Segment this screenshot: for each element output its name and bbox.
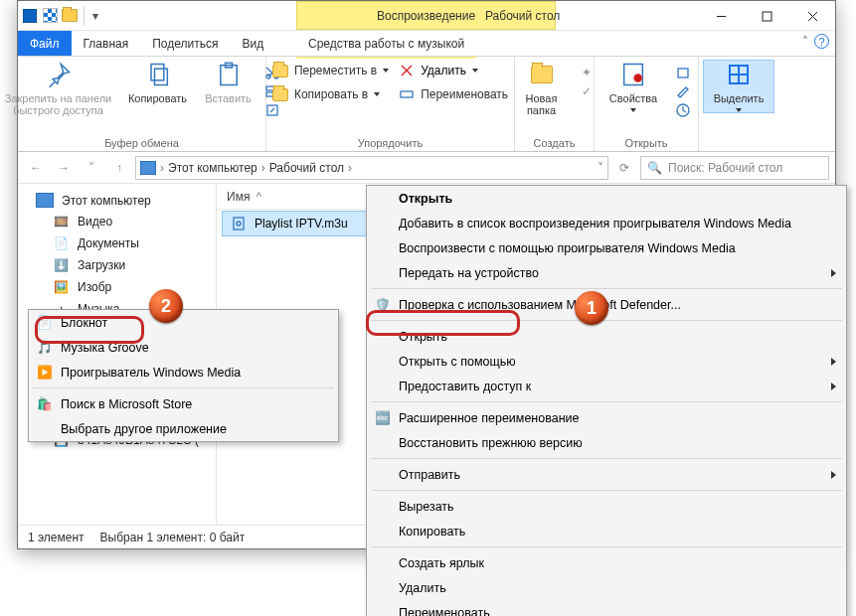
qat-icon-1[interactable] xyxy=(22,8,38,24)
rename-icon xyxy=(399,86,415,102)
ow-other[interactable]: Выбрать другое приложение xyxy=(29,416,338,441)
delete-button[interactable]: Удалить xyxy=(399,63,508,78)
easy-icon: ✓ xyxy=(579,83,595,99)
paste-button[interactable]: Вставить xyxy=(203,61,255,104)
select-button[interactable]: Выделить xyxy=(704,61,773,112)
titlebar: ▾ Воспроизведение Рабочий стол xyxy=(18,1,835,31)
group-clipboard: Буфер обмена xyxy=(104,135,179,149)
svg-rect-5 xyxy=(154,69,167,84)
ctx-open-with[interactable]: Открыть с помощью xyxy=(367,349,846,374)
qat-icon-2[interactable] xyxy=(42,8,58,24)
svg-rect-4 xyxy=(151,65,164,80)
help-icon[interactable]: ? xyxy=(814,34,829,49)
callout-badge-1: 1 xyxy=(575,291,608,325)
crumb-root[interactable]: Этот компьютер xyxy=(168,161,257,175)
search-box[interactable]: 🔍 Поиск: Рабочий стол xyxy=(640,156,829,180)
group-open: Открыть xyxy=(624,135,667,149)
tab-view[interactable]: Вид xyxy=(230,31,275,56)
ctx-rename[interactable]: Переименовать xyxy=(367,600,846,616)
side-pictures[interactable]: 🖼️Изобр xyxy=(18,276,216,298)
copy-icon xyxy=(144,61,172,88)
ctx-share-access[interactable]: Предоставить доступ к xyxy=(367,374,846,398)
pc-icon xyxy=(140,161,156,175)
recent-dropdown[interactable]: ˅ xyxy=(80,156,103,180)
history-mini[interactable] xyxy=(675,102,691,118)
tab-home[interactable]: Главная xyxy=(72,31,141,56)
ow-wmp[interactable]: ▶️Проигрыватель Windows Media xyxy=(29,360,338,385)
properties-button[interactable]: Свойства xyxy=(601,61,665,112)
back-button[interactable]: ← xyxy=(24,156,48,180)
ctx-delete[interactable]: Удалить xyxy=(367,575,846,600)
close-button[interactable] xyxy=(789,1,835,31)
side-documents[interactable]: 📄Документы xyxy=(18,232,216,254)
tab-share[interactable]: Поделиться xyxy=(140,31,230,56)
addr-dropdown-icon[interactable]: ˅ xyxy=(598,161,603,175)
chevron-up-icon[interactable]: ˄ xyxy=(802,35,808,49)
newitem-icon: ✦ xyxy=(579,65,595,80)
ctx-open2[interactable]: Открыть xyxy=(367,324,846,349)
rename-button[interactable]: Переименовать xyxy=(399,86,508,102)
side-downloads[interactable]: ⬇️Загрузки xyxy=(18,254,216,276)
side-this-pc[interactable]: Этот компьютер xyxy=(18,190,216,211)
ow-store[interactable]: 🛍️Поиск в Microsoft Store xyxy=(29,391,338,416)
ctx-adv-rename[interactable]: 🔤Расширенное переименование xyxy=(367,405,846,430)
refresh-button[interactable]: ⟳ xyxy=(612,156,636,180)
svg-point-15 xyxy=(634,75,641,81)
rename-ext-icon: 🔤 xyxy=(375,410,391,426)
crumb-leaf[interactable]: Рабочий стол xyxy=(269,161,344,175)
ctx-cast[interactable]: Передать на устройство xyxy=(367,260,846,285)
open-with-submenu: 📄Блокнот 🎵Музыка Groove ▶️Проигрыватель … xyxy=(28,309,339,442)
ctx-cut[interactable]: Вырезать xyxy=(367,494,846,519)
qat-folder-icon[interactable] xyxy=(62,8,78,24)
ctx-open[interactable]: Открыть xyxy=(367,186,846,211)
tab-file[interactable]: Файл xyxy=(18,31,72,56)
edit-mini[interactable] xyxy=(675,83,691,99)
ribbon: Закрепить на панели быстрого доступа Коп… xyxy=(18,57,835,152)
m3u-icon xyxy=(231,216,247,231)
pc-icon xyxy=(36,193,54,208)
ctx-copy[interactable]: Копировать xyxy=(367,519,846,543)
history-icon xyxy=(675,102,691,118)
open-mini[interactable] xyxy=(675,65,691,80)
download-icon: ⬇️ xyxy=(52,257,70,273)
address-bar[interactable]: › Этот компьютер › Рабочий стол › ˅ xyxy=(135,156,608,180)
chevron-right-icon[interactable]: › xyxy=(160,161,164,175)
store-icon: 🛍️ xyxy=(37,396,53,412)
moveto-icon xyxy=(272,63,288,78)
minimize-button[interactable] xyxy=(698,1,744,31)
new-item-mini[interactable]: ✦ xyxy=(579,65,595,80)
properties-icon xyxy=(619,61,647,88)
svg-rect-18 xyxy=(234,218,244,230)
new-folder-button[interactable]: Новая папка xyxy=(514,61,569,116)
ctx-add-wmp[interactable]: Добавить в список воспроизведения проигр… xyxy=(367,211,846,235)
search-placeholder: Поиск: Рабочий стол xyxy=(668,161,782,175)
edit-icon xyxy=(675,83,691,99)
notepad-icon: 📄 xyxy=(37,315,53,331)
tab-music-tools[interactable]: Средства работы с музыкой xyxy=(296,31,476,59)
paste-icon xyxy=(215,61,243,88)
ctx-send[interactable]: Отправить xyxy=(367,462,846,487)
ctx-shortcut[interactable]: Создать ярлык xyxy=(367,550,846,575)
maximize-button[interactable] xyxy=(744,1,789,31)
easy-access-mini[interactable]: ✓ xyxy=(579,83,595,99)
ctx-play-wmp[interactable]: Воспроизвести с помощью проигрывателя Wi… xyxy=(367,235,846,260)
forward-button[interactable]: → xyxy=(52,156,76,180)
qat-dropdown-icon[interactable]: ▾ xyxy=(90,8,100,24)
move-to-button[interactable]: Переместить в xyxy=(272,63,389,78)
open-icon xyxy=(675,65,691,80)
shield-icon: 🛡️ xyxy=(375,297,391,313)
side-videos[interactable]: 🎞️Видео xyxy=(18,211,216,232)
svg-point-19 xyxy=(237,222,241,226)
context-menu: Открыть Добавить в список воспроизведени… xyxy=(366,185,847,616)
up-button[interactable]: ↑ xyxy=(107,156,131,180)
pic-icon: 🖼️ xyxy=(52,279,70,295)
new-folder-icon xyxy=(528,61,556,88)
svg-rect-16 xyxy=(678,69,688,77)
copy-to-button[interactable]: Копировать в xyxy=(272,86,389,102)
ow-groove[interactable]: 🎵Музыка Groove xyxy=(29,335,338,360)
ctx-restore[interactable]: Восстановить прежнюю версию xyxy=(367,430,846,455)
copy-button[interactable]: Копировать xyxy=(123,61,193,104)
ow-notepad[interactable]: 📄Блокнот xyxy=(29,310,338,335)
pin-button[interactable]: Закрепить на панели быстрого доступа xyxy=(4,61,113,116)
file-name: Playlist IPTV.m3u xyxy=(255,217,348,231)
